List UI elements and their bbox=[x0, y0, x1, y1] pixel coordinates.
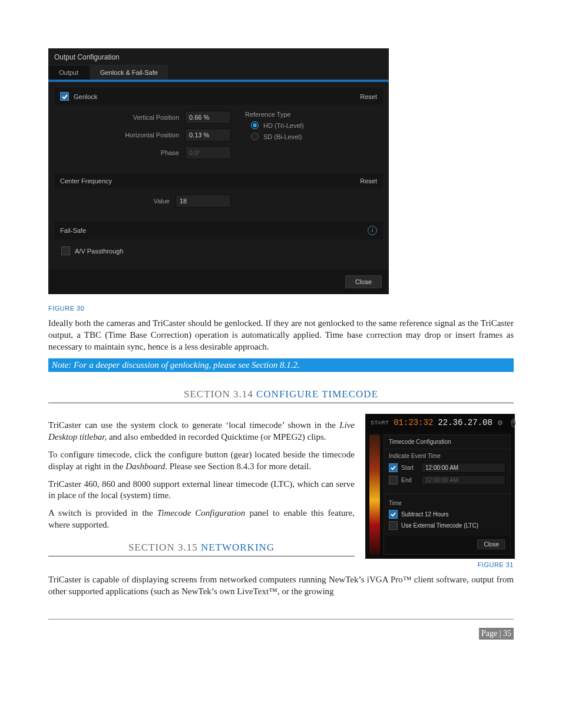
time-section-label: Time bbox=[389, 500, 505, 506]
section-3-14-number: SECTION 3.14 bbox=[184, 388, 253, 400]
center-frequency-header: Center Frequency Reset bbox=[54, 173, 383, 189]
reference-type-label: Reference Type bbox=[245, 111, 304, 118]
end-time-value[interactable]: 12:00:00 AM bbox=[421, 475, 505, 485]
close-button[interactable]: Close bbox=[345, 275, 382, 288]
timecode-white: 22.36.27.08 bbox=[438, 418, 492, 427]
center-frequency-value-label: Value bbox=[60, 197, 170, 205]
timecode-close-button[interactable]: Close bbox=[477, 539, 505, 549]
external-ltc-checkbox[interactable] bbox=[389, 521, 398, 530]
timecode-topbar: START 01:23:32 22.36.27.08 ⚙ ? bbox=[366, 414, 514, 431]
timecode-orange: 01:23:32 bbox=[394, 418, 433, 427]
center-frequency-value[interactable]: 18 bbox=[176, 195, 231, 207]
external-ltc-label: Use External Timecode (LTC) bbox=[401, 522, 478, 529]
paragraph-networking: TriCaster is capable of displaying scree… bbox=[48, 574, 514, 598]
help-icon[interactable]: ? bbox=[511, 419, 515, 427]
gear-icon[interactable]: ⚙ bbox=[497, 419, 503, 427]
phase-value[interactable]: 0.0° bbox=[185, 146, 231, 159]
preview-strip bbox=[369, 434, 380, 555]
section-3-14-title: CONFIGURE TIMECODE bbox=[256, 388, 378, 400]
genlock-checkbox[interactable] bbox=[60, 92, 69, 101]
info-icon[interactable]: i bbox=[368, 226, 377, 235]
timecode-config-panel: Timecode Configuration Indicate Event Ti… bbox=[384, 434, 511, 555]
indicate-event-time-label: Indicate Event Time bbox=[389, 453, 505, 459]
section-3-15-number: SECTION 3.15 bbox=[128, 542, 198, 553]
output-config-dialog: Output Configuration Output Genlock & Fa… bbox=[48, 48, 389, 294]
horizontal-position-value[interactable]: 0.13 % bbox=[185, 129, 231, 141]
figure-31-caption: FIGURE 31 bbox=[365, 561, 514, 568]
phase-label: Phase bbox=[60, 149, 179, 156]
genlock-section-header: Genlock Reset bbox=[54, 88, 383, 105]
note-box: Note: For a deeper discussion of genlock… bbox=[48, 358, 514, 372]
tab-genlock-failsafe[interactable]: Genlock & Fail-Safe bbox=[90, 65, 169, 80]
center-frequency-label: Center Frequency bbox=[60, 177, 112, 185]
footer-rule bbox=[48, 619, 514, 620]
divider bbox=[384, 493, 510, 494]
subtract-12h-label: Subtract 12 Hours bbox=[401, 511, 449, 518]
radio-hd-icon bbox=[251, 121, 259, 129]
end-row-label: End bbox=[401, 477, 418, 483]
horizontal-position-label: Horizontal Position bbox=[60, 131, 179, 139]
genlock-label: Genlock bbox=[74, 93, 97, 100]
end-checkbox[interactable] bbox=[389, 476, 398, 485]
av-passthrough-label: A/V Passthrough bbox=[75, 248, 124, 255]
page-number: Page | 35 bbox=[479, 628, 514, 640]
dialog-tabs: Output Genlock & Fail-Safe bbox=[48, 65, 389, 80]
paragraph-timecode-1: TriCaster can use the system clock to ge… bbox=[48, 420, 355, 443]
reference-sd-row[interactable]: SD (Bi-Level) bbox=[251, 133, 304, 140]
dialog-title: Output Configuration bbox=[48, 48, 389, 65]
vertical-position-value[interactable]: 0.66 % bbox=[185, 111, 231, 124]
paragraph-genlock: Ideally both the cameras and TriCaster s… bbox=[48, 318, 514, 353]
failsafe-header: Fail-Safe i bbox=[54, 222, 383, 239]
radio-hd-label: HD (Tri-Level) bbox=[263, 122, 304, 129]
section-3-15-title: NETWORKING bbox=[201, 542, 275, 553]
start-row-label: Start bbox=[401, 465, 418, 471]
start-time-value[interactable]: 12:00:00 AM bbox=[421, 463, 505, 473]
timecode-screenshot: START 01:23:32 22.36.27.08 ⚙ ? Timecode … bbox=[365, 414, 515, 559]
section-3-15-heading: SECTION 3.15 NETWORKING bbox=[48, 542, 355, 556]
radio-sd-label: SD (Bi-Level) bbox=[263, 133, 302, 140]
section-3-14-heading: SECTION 3.14 CONFIGURE TIMECODE bbox=[48, 388, 514, 403]
timecode-panel-title: Timecode Configuration bbox=[384, 435, 510, 449]
av-passthrough-checkbox[interactable] bbox=[61, 246, 70, 255]
reference-hd-row[interactable]: HD (Tri-Level) bbox=[251, 121, 304, 129]
start-checkbox[interactable] bbox=[389, 463, 398, 472]
paragraph-timecode-3: TriCaster 460, 860 and 8000 support exte… bbox=[48, 479, 355, 502]
figure-30-caption: FIGURE 30 bbox=[48, 305, 514, 312]
failsafe-label: Fail-Safe bbox=[60, 227, 86, 234]
radio-sd-icon bbox=[251, 133, 259, 140]
paragraph-timecode-2: To configure timecode, click the configu… bbox=[48, 449, 355, 473]
vertical-position-label: Vertical Position bbox=[60, 114, 179, 121]
genlock-reset-button[interactable]: Reset bbox=[360, 93, 377, 100]
paragraph-timecode-4: A switch is provided in the Timecode Con… bbox=[48, 508, 355, 531]
subtract-12h-checkbox[interactable] bbox=[389, 510, 398, 519]
tab-output[interactable]: Output bbox=[48, 65, 90, 80]
center-frequency-reset-button[interactable]: Reset bbox=[360, 177, 377, 185]
start-label: START bbox=[371, 420, 389, 426]
